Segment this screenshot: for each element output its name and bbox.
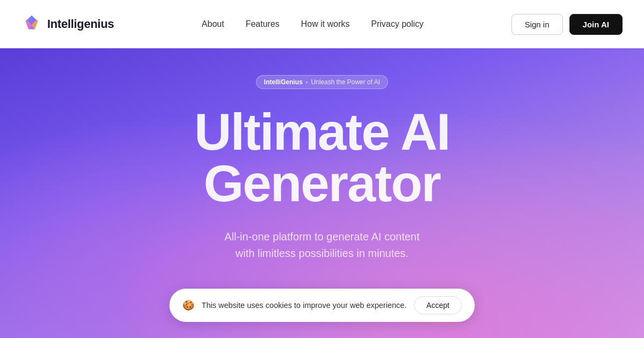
nav-features[interactable]: Features bbox=[246, 19, 280, 29]
logo-icon bbox=[21, 14, 42, 34]
hero-subtitle: All-in-one platform to generate AI conte… bbox=[194, 229, 450, 262]
logo[interactable]: Intelligenius bbox=[21, 14, 114, 34]
badge-dot: • bbox=[306, 79, 308, 85]
nav-links: About Features How it works Privacy poli… bbox=[202, 19, 423, 29]
cookie-banner: 🍪 This website uses cookies to improve y… bbox=[170, 289, 475, 322]
hero-content: IntelliGenius • Unleash the Power of AI … bbox=[194, 75, 450, 283]
join-button[interactable]: Join AI bbox=[569, 14, 623, 35]
nav-about[interactable]: About bbox=[202, 19, 224, 29]
cookie-text: This website uses cookies to improve you… bbox=[202, 301, 407, 310]
badge-brand: IntelliGenius bbox=[264, 78, 303, 86]
nav-privacy-policy[interactable]: Privacy policy bbox=[371, 19, 423, 29]
badge-tagline: Unleash the Power of AI bbox=[311, 78, 380, 86]
hero-badge: IntelliGenius • Unleash the Power of AI bbox=[256, 75, 388, 89]
logo-text: Intelligenius bbox=[47, 17, 114, 31]
cookie-icon: 🍪 bbox=[182, 299, 194, 311]
nav-how-it-works[interactable]: How it works bbox=[301, 19, 350, 29]
accept-button[interactable]: Accept bbox=[414, 296, 462, 314]
hero-section: IntelliGenius • Unleash the Power of AI … bbox=[0, 48, 644, 338]
navbar: Intelligenius About Features How it work… bbox=[0, 0, 644, 48]
navbar-actions: Sign in Join AI bbox=[511, 14, 623, 35]
signin-button[interactable]: Sign in bbox=[511, 14, 563, 35]
hero-title: Ultimate AI Generator bbox=[194, 106, 450, 209]
